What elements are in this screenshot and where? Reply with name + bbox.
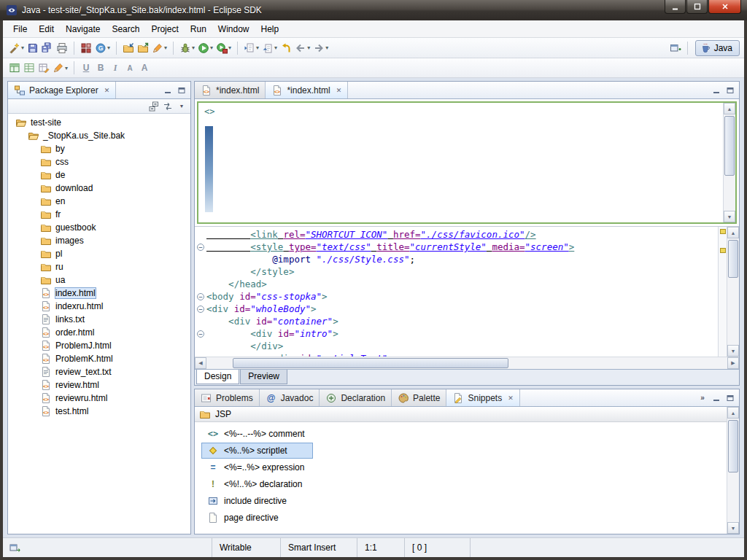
close-icon[interactable]: ✕ bbox=[104, 87, 110, 94]
menu-file[interactable]: File bbox=[7, 21, 33, 37]
source-code-line[interactable]: − <div id="intro"> bbox=[195, 327, 718, 340]
highlight-pen-button[interactable] bbox=[150, 40, 169, 56]
tree-item-stopka-us-site-bak[interactable]: _StopKa.us_Site.bak bbox=[8, 129, 190, 142]
highlight-pen-button[interactable] bbox=[51, 60, 69, 76]
tree-item-ru[interactable]: ru bbox=[8, 260, 190, 273]
menu-window[interactable]: Window bbox=[212, 21, 255, 37]
source-code-line[interactable]: −<body id="css-stopka"> bbox=[195, 290, 718, 303]
fold-minus-icon[interactable]: − bbox=[197, 244, 204, 251]
title-bar[interactable]: Java - test-site/_StopKa.us_Site.bak/ind… bbox=[0, 0, 747, 20]
snippet-comment[interactable]: <><%--..--%> comment bbox=[202, 425, 739, 442]
tree-item-by[interactable]: by bbox=[8, 142, 190, 155]
menu-edit[interactable]: Edit bbox=[33, 21, 60, 37]
font-shrink-button[interactable]: A bbox=[123, 60, 137, 76]
tree-item-test-site[interactable]: test-site bbox=[8, 116, 190, 129]
scroll-thumb[interactable] bbox=[728, 240, 738, 278]
web-g-button[interactable]: G bbox=[93, 40, 112, 56]
snippet-expression[interactable]: =<%=..%> expression bbox=[202, 459, 739, 475]
close-button[interactable] bbox=[708, 0, 741, 14]
export-folder-button[interactable] bbox=[136, 40, 150, 56]
design-element-block[interactable] bbox=[205, 126, 213, 212]
minimize-view-icon[interactable] bbox=[711, 392, 722, 404]
debug-button[interactable] bbox=[178, 40, 196, 56]
scroll-right-icon[interactable]: ▶ bbox=[727, 357, 739, 369]
tree-item-ua[interactable]: ua bbox=[8, 273, 190, 287]
new-ee-button[interactable] bbox=[79, 40, 93, 56]
tree-item-de[interactable]: de bbox=[8, 168, 190, 182]
scroll-thumb[interactable] bbox=[724, 116, 735, 176]
tree-item-links-txt[interactable]: links.txt bbox=[8, 313, 190, 326]
tree-item-review-html[interactable]: <>review.html bbox=[8, 378, 190, 392]
source-code-line[interactable]: </div> bbox=[195, 340, 718, 352]
tree-item-reviewru-html[interactable]: <>reviewru.html bbox=[8, 392, 190, 405]
grid-b-button[interactable] bbox=[22, 60, 36, 76]
scroll-left-icon[interactable]: ◀ bbox=[195, 357, 206, 369]
menu-search[interactable]: Search bbox=[106, 21, 145, 37]
new-wizard-button[interactable] bbox=[7, 40, 26, 56]
annotation-mark[interactable] bbox=[720, 248, 726, 253]
menu-help[interactable]: Help bbox=[255, 21, 285, 37]
package-explorer-tab[interactable]: Package Explorer ✕ bbox=[8, 82, 116, 98]
scroll-up-icon[interactable]: ▲ bbox=[727, 407, 739, 419]
snippet-page-directive[interactable]: page directive bbox=[202, 509, 739, 526]
source-code-line[interactable]: <div id="articleText"> bbox=[195, 352, 718, 357]
snippets-scrollbar[interactable]: ▲ ▼ bbox=[727, 407, 739, 534]
snippet-declaration[interactable]: !<%!..%> declaration bbox=[202, 475, 739, 492]
source-pane[interactable]: <link rel="SHORTCUT ICON" href="./css/fa… bbox=[195, 226, 739, 357]
tree-item-order-html[interactable]: <>order.html bbox=[8, 326, 190, 339]
tree-item-fr[interactable]: fr bbox=[8, 208, 190, 221]
scroll-thumb[interactable] bbox=[728, 420, 738, 472]
grid-a-button[interactable] bbox=[7, 60, 22, 76]
annotation-mark[interactable] bbox=[720, 229, 726, 234]
source-code-line[interactable]: − <style type="text/css" title="currentS… bbox=[195, 241, 718, 253]
tree-item-pl[interactable]: pl bbox=[8, 247, 190, 260]
tree-item-en[interactable]: en bbox=[8, 195, 190, 208]
menu-navigate[interactable]: Navigate bbox=[60, 21, 106, 37]
minimize-view-icon[interactable] bbox=[711, 85, 722, 96]
source-code-line[interactable]: −<div id="wholeBody"> bbox=[195, 303, 718, 315]
open-perspective-button[interactable] bbox=[668, 40, 683, 56]
fold-minus-icon[interactable]: − bbox=[197, 293, 204, 300]
source-code-line[interactable]: <div id="container"> bbox=[195, 315, 718, 327]
bold-button[interactable]: B bbox=[93, 60, 108, 76]
source-editor[interactable]: <link rel="SHORTCUT ICON" href="./css/fa… bbox=[195, 227, 718, 357]
fold-minus-icon[interactable]: − bbox=[197, 306, 204, 313]
tree-item-index-html[interactable]: <>index.html bbox=[8, 287, 190, 300]
save-all-button[interactable] bbox=[40, 40, 55, 56]
snippets-drawer[interactable]: JSP bbox=[195, 407, 739, 422]
scroll-up-icon[interactable]: ▲ bbox=[724, 103, 735, 114]
source-code-line[interactable]: <link rel="SHORTCUT ICON" href="./css/fa… bbox=[195, 228, 718, 241]
view-tab-palette[interactable]: Palette bbox=[392, 389, 446, 406]
tree-item-download[interactable]: download bbox=[8, 182, 190, 195]
source-code-line[interactable]: </style> bbox=[195, 265, 718, 278]
source-code-line[interactable]: </head> bbox=[195, 278, 718, 290]
next-ann-button[interactable] bbox=[242, 40, 260, 56]
tree-item-problemk-html[interactable]: <>ProblemK.html bbox=[8, 352, 190, 365]
forward-button[interactable] bbox=[311, 40, 330, 56]
font-grow-button[interactable]: A bbox=[137, 60, 152, 76]
view-tab-snippets[interactable]: Snippets✕ bbox=[446, 389, 519, 406]
last-edit-button[interactable] bbox=[279, 40, 293, 56]
editor-tab-1[interactable]: <>*index.html✕ bbox=[266, 82, 348, 98]
design-pane[interactable]: <> ▲ ▼ bbox=[197, 101, 737, 224]
fast-view-icon[interactable] bbox=[9, 542, 20, 553]
link-with-editor-icon[interactable] bbox=[162, 101, 174, 112]
scroll-down-icon[interactable]: ▼ bbox=[727, 522, 739, 534]
menu-project[interactable]: Project bbox=[145, 21, 184, 37]
scroll-up-icon[interactable]: ▲ bbox=[727, 227, 739, 238]
import-folder-button[interactable] bbox=[121, 40, 136, 56]
snippet-include-directive[interactable]: include directive bbox=[202, 492, 739, 509]
tree-item-css[interactable]: css bbox=[8, 155, 190, 168]
external-tools-button[interactable] bbox=[214, 40, 233, 56]
maximize-view-icon[interactable] bbox=[724, 392, 736, 404]
design-element-placeholder[interactable]: <> bbox=[204, 106, 214, 117]
design-scrollbar[interactable]: ▲ ▼ bbox=[723, 103, 735, 222]
scroll-down-icon[interactable]: ▼ bbox=[727, 345, 739, 357]
view-tab-javadoc[interactable]: @Javadoc bbox=[260, 389, 320, 406]
tab-preview[interactable]: Preview bbox=[240, 370, 287, 384]
snippet-scriptlet[interactable]: <%..%> scriptlet bbox=[202, 442, 739, 459]
save-button[interactable] bbox=[26, 40, 40, 56]
source-scrollbar[interactable]: ▲ ▼ bbox=[727, 227, 739, 357]
print-button[interactable] bbox=[55, 40, 69, 56]
view-chevron-icon[interactable]: » bbox=[697, 392, 708, 404]
